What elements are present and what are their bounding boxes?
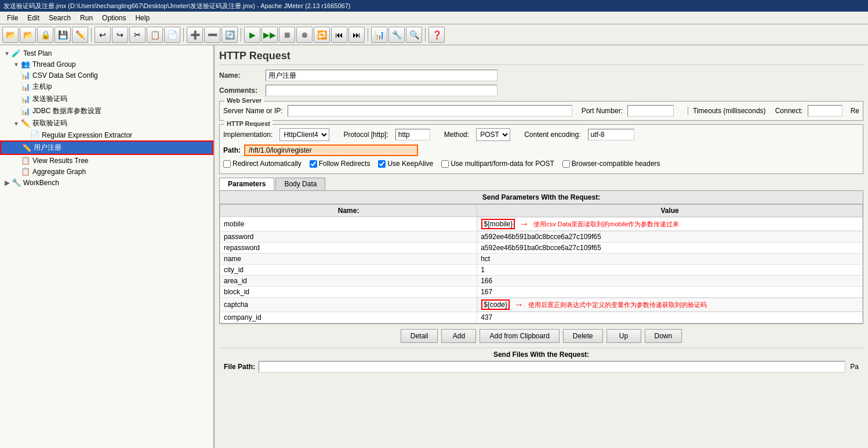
follow-redirects-input[interactable] bbox=[310, 160, 317, 168]
server-name-input[interactable] bbox=[288, 105, 572, 117]
panel-title: HTTP Request bbox=[219, 50, 863, 65]
tab-bodydata[interactable]: Body Data bbox=[275, 178, 325, 190]
sidebar-item-register[interactable]: ✏️ 用户注册 bbox=[0, 140, 213, 155]
menu-help[interactable]: Help bbox=[130, 13, 154, 23]
toolbar-new[interactable]: 📂 bbox=[2, 27, 19, 43]
toolbar-run-all[interactable]: ▶▶ bbox=[262, 27, 278, 43]
jdbc-icon: 📊 bbox=[21, 107, 30, 115]
multipart-checkbox[interactable]: Use multipart/form-data for POST bbox=[441, 160, 554, 168]
content-encoding-input[interactable] bbox=[588, 129, 634, 140]
browser-compat-input[interactable] bbox=[562, 160, 570, 168]
toolbar-open[interactable]: 📂 bbox=[20, 27, 36, 43]
param-value: 166 bbox=[477, 276, 863, 287]
browser-compat-checkbox[interactable]: Browser-compatible headers bbox=[562, 160, 660, 168]
keepalive-input[interactable] bbox=[378, 160, 386, 168]
redirect-auto-input[interactable] bbox=[223, 160, 231, 168]
sidebar-item-results[interactable]: 📋 View Results Tree bbox=[0, 155, 213, 166]
toolbar-table[interactable]: 📊 bbox=[371, 27, 387, 43]
detail-button[interactable]: Detail bbox=[401, 329, 438, 343]
toolbar-collapse[interactable]: ➖ bbox=[204, 27, 220, 43]
table-row: company_id437 bbox=[220, 312, 863, 323]
webserver-row: Server Name or IP: Port Number: Timeouts… bbox=[223, 105, 859, 117]
toolbar-save[interactable]: 💾 bbox=[55, 27, 71, 43]
bottom-buttons: Detail Add Add from Clipboard Delete Up … bbox=[219, 324, 863, 348]
menu-run[interactable]: Run bbox=[75, 13, 97, 23]
comments-label: Comments: bbox=[219, 86, 266, 95]
up-button[interactable]: Up bbox=[606, 329, 641, 343]
sidebar-item-getcode[interactable]: ▾ ✏️ 获取验证码 bbox=[0, 117, 213, 129]
col-value-header: Value bbox=[477, 205, 863, 217]
menu-search[interactable]: Search bbox=[44, 13, 75, 23]
menu-file[interactable]: File bbox=[2, 13, 23, 23]
sidebar-item-threadgroup[interactable]: ▾ 👥 Thread Group bbox=[0, 59, 213, 70]
toolbar-redo[interactable]: ↪ bbox=[112, 27, 128, 43]
sidebar-item-csv[interactable]: 📊 CSV Data Set Config bbox=[0, 70, 213, 81]
browser-compat-label: Browser-compatible headers bbox=[572, 160, 660, 168]
aggregate-icon: 📋 bbox=[21, 167, 30, 176]
tree-connector2: ▾ bbox=[12, 60, 21, 68]
param-name: mobile bbox=[220, 217, 477, 232]
toolbar-copy[interactable]: 📋 bbox=[147, 27, 163, 43]
tab-parameters[interactable]: Parameters bbox=[219, 178, 274, 190]
sidebar-item-regexp[interactable]: 📄 Regular Expression Extractor bbox=[0, 129, 213, 140]
toolbar-cut[interactable]: ✂ bbox=[129, 27, 146, 43]
toolbar-remote-stop[interactable]: ⏮ bbox=[331, 27, 347, 43]
path-input[interactable] bbox=[244, 144, 418, 156]
toolbar-remote-exit[interactable]: ⏭ bbox=[348, 27, 365, 43]
sidebar-item-testplan[interactable]: ▾ 🧪 Test Plan bbox=[0, 48, 213, 59]
keepalive-checkbox[interactable]: Use KeepAlive bbox=[378, 160, 433, 168]
table-row: city_id1 bbox=[220, 265, 863, 276]
menu-edit[interactable]: Edit bbox=[23, 13, 44, 23]
regexp-icon: 📄 bbox=[30, 131, 39, 139]
toolbar-expand[interactable]: ➕ bbox=[187, 27, 203, 43]
params-table-container: Send Parameters With the Request: Name: … bbox=[219, 190, 863, 324]
param-name: password bbox=[220, 232, 477, 243]
multipart-input[interactable] bbox=[441, 160, 449, 168]
name-input[interactable] bbox=[266, 70, 497, 81]
connect-input[interactable] bbox=[808, 105, 842, 117]
delete-button[interactable]: Delete bbox=[563, 329, 603, 343]
add-button[interactable]: Add bbox=[441, 329, 476, 343]
sidebar-item-aggregate[interactable]: 📋 Aggregate Graph bbox=[0, 166, 213, 177]
menu-options[interactable]: Options bbox=[97, 13, 130, 23]
sidebar-item-label: 获取验证码 bbox=[32, 118, 67, 128]
implementation-select[interactable]: HttpClient4 bbox=[279, 128, 329, 141]
add-from-clipboard-button[interactable]: Add from Clipboard bbox=[480, 329, 559, 343]
sidebar-item-label: WorkBench bbox=[23, 179, 59, 187]
toolbar-help[interactable]: ❓ bbox=[428, 27, 445, 43]
content-area: HTTP Request Name: Comments: Web Server … bbox=[215, 45, 868, 448]
csv-icon: 📊 bbox=[21, 71, 30, 80]
redirect-auto-checkbox[interactable]: Redirect Automatically bbox=[223, 160, 302, 168]
toolbar-lock[interactable]: 🔒 bbox=[37, 27, 53, 43]
sidebar-item-workbench[interactable]: ▶ 🔧 WorkBench bbox=[0, 177, 213, 188]
down-button[interactable]: Down bbox=[645, 329, 682, 343]
protocol-input[interactable] bbox=[395, 129, 430, 140]
toolbar-remote-run[interactable]: 🔁 bbox=[314, 27, 330, 43]
toolbar-toggle[interactable]: 🔄 bbox=[221, 27, 238, 43]
port-input[interactable] bbox=[627, 105, 674, 117]
toolbar-stop2[interactable]: ⏺ bbox=[296, 27, 313, 43]
toolbar-stop[interactable]: ⏹ bbox=[279, 27, 295, 43]
toolbar-edit[interactable]: ✏️ bbox=[72, 27, 88, 43]
toolbar-sep1 bbox=[91, 28, 92, 42]
toolbar-paste[interactable]: 📄 bbox=[164, 27, 180, 43]
server-name-label: Server Name or IP: bbox=[223, 107, 283, 115]
getcode-icon: ✏️ bbox=[21, 119, 30, 128]
file-path-label: File Path: bbox=[224, 363, 255, 371]
sidebar-item-host[interactable]: 📊 主机ip bbox=[0, 81, 213, 93]
toolbar-settings[interactable]: 🔧 bbox=[388, 27, 405, 43]
impl-label: Implementation: bbox=[223, 131, 273, 139]
checkboxes-row: Redirect Automatically Follow Redirects … bbox=[223, 160, 859, 168]
method-select[interactable]: POST GET bbox=[476, 128, 510, 141]
file-path-input[interactable] bbox=[259, 361, 845, 373]
toolbar-undo[interactable]: ↩ bbox=[95, 27, 111, 43]
sidebar-item-label: 发送验证码 bbox=[32, 94, 67, 104]
host-icon: 📊 bbox=[21, 82, 30, 91]
follow-redirects-checkbox[interactable]: Follow Redirects bbox=[310, 160, 371, 168]
toolbar-search[interactable]: 🔍 bbox=[406, 27, 422, 43]
sidebar-item-label: Regular Expression Extractor bbox=[42, 131, 132, 139]
comments-input[interactable] bbox=[266, 85, 497, 96]
sidebar-item-jdbc[interactable]: 📊 JDBC 数据库参数设置 bbox=[0, 105, 213, 117]
toolbar-run[interactable]: ▶ bbox=[244, 27, 260, 43]
sidebar-item-sendcode[interactable]: 📊 发送验证码 bbox=[0, 93, 213, 105]
